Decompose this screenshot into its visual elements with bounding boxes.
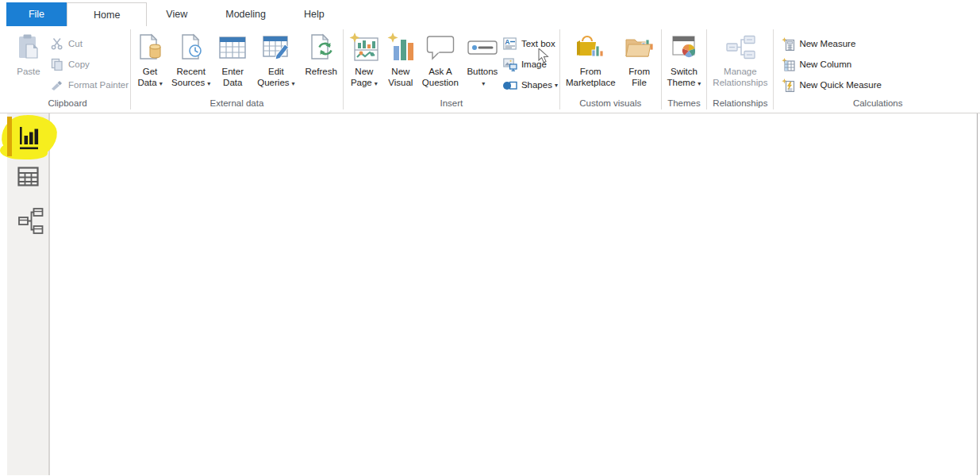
copy-button[interactable]: Copy xyxy=(49,54,129,75)
group-label-calculations: Calculations xyxy=(775,96,980,113)
new-quick-measure-icon xyxy=(780,79,796,92)
from-file-icon xyxy=(624,32,655,63)
buttons-icon xyxy=(467,32,498,63)
manage-relationships-icon xyxy=(724,32,756,63)
format-painter-icon xyxy=(49,79,65,91)
new-column-icon xyxy=(780,58,796,71)
switch-theme-icon xyxy=(670,32,698,63)
shapes-icon xyxy=(502,79,518,91)
data-view-icon xyxy=(17,176,39,190)
dropdown-caret: ▾ xyxy=(482,80,485,87)
group-label-clipboard: Clipboard xyxy=(6,96,129,113)
tab-home[interactable]: Home xyxy=(67,2,147,26)
enter-data-button[interactable]: Enter Data xyxy=(214,30,251,88)
edit-queries-icon xyxy=(262,32,290,63)
get-data-icon xyxy=(136,32,163,63)
image-button[interactable]: Image xyxy=(502,54,558,75)
ribbon-group-insert: New Page▾ New Vi xyxy=(345,26,558,113)
group-label-custom-visuals: Custom visuals xyxy=(562,96,659,113)
group-divider xyxy=(773,29,774,109)
group-label-themes: Themes xyxy=(663,96,705,113)
copy-icon xyxy=(49,58,65,71)
from-file-button[interactable]: From File xyxy=(620,30,659,88)
format-painter-button[interactable]: Format Painter xyxy=(49,75,129,95)
dropdown-caret: ▾ xyxy=(375,80,378,87)
model-view-icon xyxy=(17,225,44,239)
get-data-button[interactable]: Get Data▾ xyxy=(133,30,167,90)
new-visual-icon xyxy=(387,32,414,63)
new-measure-icon xyxy=(780,37,796,51)
new-visual-button[interactable]: New Visual xyxy=(383,30,418,88)
edit-queries-button[interactable]: Edit Queries▾ xyxy=(253,30,298,90)
report-view-button[interactable] xyxy=(17,125,41,155)
from-marketplace-button[interactable]: From Marketplace xyxy=(562,30,620,88)
view-switcher-rail xyxy=(0,113,52,475)
text-box-button[interactable]: A Text box xyxy=(502,33,558,54)
svg-text:A: A xyxy=(505,38,510,46)
model-view-button[interactable] xyxy=(17,206,44,240)
ribbon-group-custom-visuals: From Marketplace xyxy=(562,26,659,113)
image-icon xyxy=(502,58,518,71)
tab-help[interactable]: Help xyxy=(285,2,344,26)
ribbon-group-relationships: Manage Relationships Relationships xyxy=(709,26,771,113)
group-label-relationships: Relationships xyxy=(709,96,771,113)
buttons-button[interactable]: Buttons ▾ xyxy=(463,30,502,90)
group-divider xyxy=(661,29,662,109)
data-view-button[interactable] xyxy=(17,167,39,190)
shapes-button[interactable]: Shapes▾ xyxy=(502,75,558,95)
new-page-button[interactable]: New Page▾ xyxy=(345,30,383,90)
new-page-icon xyxy=(349,32,379,63)
group-label-insert: Insert xyxy=(345,96,558,113)
new-column-button[interactable]: New Column xyxy=(780,54,882,75)
from-marketplace-icon xyxy=(575,32,606,63)
group-divider xyxy=(343,29,344,109)
dropdown-caret: ▾ xyxy=(159,80,163,87)
ribbon-group-themes: Switch Theme▾ Themes xyxy=(663,26,705,113)
group-label-external-data: External data xyxy=(133,96,341,113)
paste-icon xyxy=(16,32,41,63)
ribbon-group-calculations: New Measure New Column xyxy=(775,26,980,113)
group-divider xyxy=(559,29,560,109)
ribbon: Paste Cut xyxy=(0,26,980,113)
menu-tab-bar: File Home View Modeling Help xyxy=(0,0,980,26)
refresh-icon xyxy=(307,32,336,63)
power-bi-window: File Home View Modeling Help xyxy=(0,0,980,476)
dropdown-caret: ▾ xyxy=(292,80,295,87)
recent-sources-button[interactable]: Recent Sources▾ xyxy=(167,30,214,90)
canvas-right-edge xyxy=(977,113,978,475)
manage-relationships-button[interactable]: Manage Relationships xyxy=(709,30,771,88)
text-box-icon: A xyxy=(502,37,518,50)
switch-theme-button[interactable]: Switch Theme▾ xyxy=(663,30,705,90)
tab-view[interactable]: View xyxy=(147,2,206,26)
dropdown-caret: ▾ xyxy=(207,80,210,87)
report-canvas[interactable] xyxy=(52,113,980,475)
ribbon-group-clipboard: Paste Cut xyxy=(6,26,129,113)
report-view-icon xyxy=(17,140,41,154)
recent-sources-icon xyxy=(178,32,205,63)
ribbon-group-external-data: Get Data▾ Recent xyxy=(133,26,341,113)
enter-data-icon xyxy=(218,32,247,63)
cut-icon xyxy=(49,37,65,50)
paste-button[interactable]: Paste xyxy=(6,30,49,77)
refresh-button[interactable]: Refresh xyxy=(302,30,341,77)
ask-a-question-icon xyxy=(425,32,455,63)
new-quick-measure-button[interactable]: New Quick Measure xyxy=(780,75,882,95)
selected-view-indicator xyxy=(7,117,12,156)
tab-file[interactable]: File xyxy=(6,2,67,26)
group-divider xyxy=(706,29,707,109)
cut-button[interactable]: Cut xyxy=(49,33,129,54)
group-divider xyxy=(130,29,131,109)
new-measure-button[interactable]: New Measure xyxy=(780,33,882,54)
ask-a-question-button[interactable]: Ask A Question xyxy=(418,30,463,88)
tab-modeling[interactable]: Modeling xyxy=(206,2,285,26)
dropdown-caret: ▾ xyxy=(555,82,558,89)
dropdown-caret: ▾ xyxy=(698,80,701,87)
